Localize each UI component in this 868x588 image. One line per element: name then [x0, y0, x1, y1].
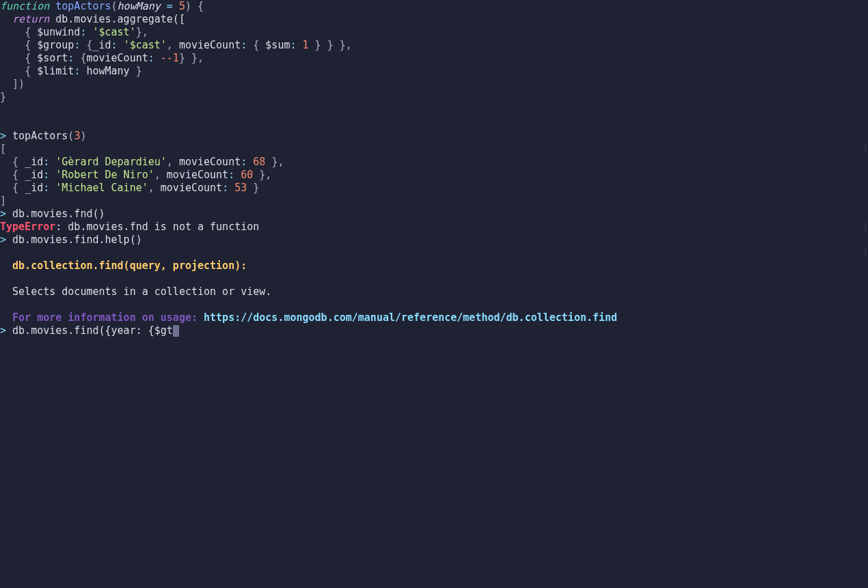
result-id: 'Gèrard Depardieu' [55, 156, 167, 168]
help-header: db.collection.find(query, projection): [12, 260, 247, 272]
call-fn: topActors [12, 130, 68, 142]
result-id: 'Robert De Niro' [55, 169, 154, 181]
aggregate-call: db.movies.aggregate([ [55, 13, 185, 25]
group-id-val: '$cast' [124, 39, 167, 51]
moviecount-key: movieCount [179, 39, 241, 51]
group-op: $group [37, 39, 74, 51]
param-default: 5 [179, 0, 185, 12]
cursor [173, 325, 179, 337]
help-more: For more information on usage: [12, 311, 204, 324]
current-input[interactable]: db.movies.find({year: {$gt [12, 324, 173, 337]
group-id-key: _id [92, 39, 111, 51]
unwind-op: $unwind [37, 26, 80, 38]
sum-val: 1 [303, 39, 309, 51]
terminal-output[interactable]: function topActors(howMany = 5) { return… [0, 0, 868, 337]
limit-val: howMany [86, 65, 129, 77]
keyword-function: function [0, 0, 49, 12]
help-cmd: db.movies.find.help() [12, 234, 142, 246]
sort-op: $sort [37, 52, 68, 64]
keyword-return: return [12, 13, 49, 25]
sort-dir: -1 [167, 52, 179, 64]
result-count: 60 [241, 169, 253, 181]
error-cmd: db.movies.fnd() [12, 208, 105, 220]
function-name: topActors [55, 0, 111, 12]
result-id: 'Michael Caine' [55, 182, 148, 194]
sum-op: $sum [265, 39, 290, 51]
unwind-val: '$cast' [92, 26, 135, 38]
sort-key: movieCount [86, 52, 148, 64]
limit-op: $limit [37, 65, 74, 77]
error-type: TypeError [0, 221, 55, 233]
help-desc: Selects documents in a collection or vie… [12, 285, 271, 298]
param-name: howMany [118, 0, 161, 12]
help-url: https://docs.mongodb.com/manual/referenc… [204, 311, 617, 324]
prompt: > [0, 130, 6, 142]
error-msg: : db.movies.fnd is not a function [55, 221, 259, 233]
result-count: 53 [234, 182, 247, 194]
result-count: 68 [253, 156, 265, 168]
